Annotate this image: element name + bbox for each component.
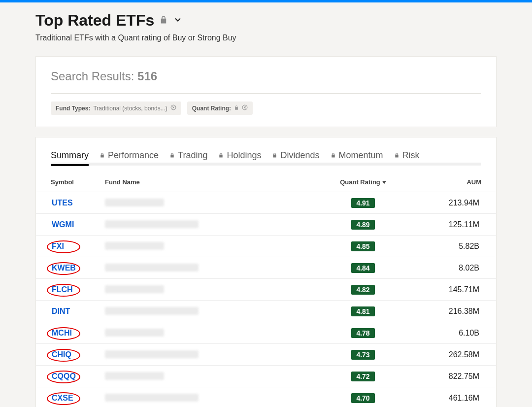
fund-name-cell (105, 307, 324, 316)
quant-rating-badge: 4.84 (351, 263, 375, 273)
symbol-link[interactable]: UTES (52, 199, 73, 207)
quant-rating-cell: 4.82 (324, 285, 402, 295)
divider (51, 93, 481, 94)
table-row: CQQQ4.72822.75M (36, 365, 496, 387)
aum-cell: 6.10B (402, 329, 481, 338)
close-icon[interactable] (170, 104, 176, 112)
fund-name-redacted (105, 372, 164, 380)
quant-rating-cell: 4.89 (324, 220, 402, 230)
aum-cell: 145.71M (402, 285, 481, 294)
quant-rating-badge: 4.82 (351, 285, 375, 295)
title-dropdown-button[interactable] (173, 15, 183, 27)
tab-label: Summary (51, 150, 89, 161)
quant-rating-cell: 4.73 (324, 350, 402, 360)
symbol-link[interactable]: DINT (52, 307, 70, 315)
symbol-cell: DINT (51, 307, 105, 316)
quant-rating-badge: 4.91 (351, 198, 375, 208)
results-prefix: Search Results: (51, 69, 137, 83)
quant-rating-badge: 4.89 (351, 220, 375, 230)
tab-label: Holdings (227, 150, 261, 161)
filter-chip-value: Traditional (stocks, bonds...) (93, 105, 167, 112)
page-title: Top Rated ETFs (35, 11, 154, 30)
results-count: 516 (137, 69, 157, 83)
sort-desc-icon (382, 180, 386, 184)
fund-name-redacted (105, 285, 164, 293)
chevron-down-icon (173, 15, 183, 25)
tab-label: Momentum (339, 150, 383, 161)
page-subtitle: Traditional ETFs with a Quant rating of … (35, 34, 497, 42)
quant-rating-cell: 4.85 (324, 241, 402, 251)
symbol-link[interactable]: KWEB (52, 264, 76, 272)
lock-icon (331, 150, 336, 161)
lock-icon (272, 150, 277, 161)
table-row: DINT4.81216.38M (36, 300, 496, 322)
tab-risk[interactable]: Risk (394, 149, 420, 165)
fund-name-cell (105, 220, 324, 229)
table-row: UTES4.91213.94M (36, 192, 496, 213)
symbol-link[interactable]: CQQQ (52, 372, 76, 380)
filter-chip[interactable]: Fund Types:Traditional (stocks, bonds...… (51, 102, 181, 115)
col-symbol[interactable]: Symbol (51, 178, 105, 186)
aum-cell: 461.16M (402, 394, 481, 403)
symbol-link[interactable]: MCHI (52, 329, 72, 337)
tab-label: Dividends (280, 150, 319, 161)
quant-rating-cell: 4.78 (324, 328, 402, 338)
tab-dividends[interactable]: Dividends (272, 149, 319, 165)
col-quant-rating-label: Quant Rating (340, 178, 380, 186)
fund-name-cell (105, 285, 324, 294)
table-row: FXI4.855.82B (36, 235, 496, 257)
fund-name-redacted (105, 350, 199, 358)
aum-cell: 822.75M (402, 372, 481, 381)
symbol-link[interactable]: FXI (52, 242, 64, 250)
results-heading: Search Results: 516 (51, 69, 481, 93)
results-table-card: SummaryPerformanceTradingHoldingsDividen… (35, 137, 497, 407)
lock-icon (234, 105, 239, 112)
symbol-cell: FXI (51, 242, 105, 251)
aum-cell: 5.82B (402, 242, 481, 251)
col-fund[interactable]: Fund Name (105, 178, 324, 186)
quant-rating-badge: 4.85 (351, 241, 375, 251)
col-quant-rating[interactable]: Quant Rating (324, 178, 402, 186)
fund-name-cell (105, 372, 324, 381)
close-icon[interactable] (242, 104, 248, 112)
svg-marker-6 (382, 181, 386, 184)
fund-name-cell (105, 350, 324, 359)
symbol-link[interactable]: CXSE (52, 394, 73, 402)
fund-name-redacted (105, 242, 164, 250)
table-row: WGMI4.89125.11M (36, 213, 496, 235)
symbol-link[interactable]: WGMI (52, 220, 74, 229)
filter-chip-label: Quant Rating: (192, 105, 231, 112)
tab-label: Risk (402, 150, 420, 161)
lock-icon (394, 150, 399, 161)
aum-cell: 213.94M (402, 199, 481, 207)
lock-icon (169, 150, 175, 161)
tab-summary[interactable]: Summary (51, 149, 89, 165)
quant-rating-badge: 4.73 (351, 350, 375, 360)
filter-chip-label: Fund Types: (56, 105, 90, 112)
lock-icon (100, 150, 105, 161)
fund-name-cell (105, 242, 324, 251)
fund-name-redacted (105, 329, 164, 337)
tab-label: Performance (108, 150, 159, 161)
tab-performance[interactable]: Performance (100, 149, 159, 165)
tab-holdings[interactable]: Holdings (218, 149, 261, 165)
quant-rating-cell: 4.70 (324, 393, 402, 403)
fund-name-redacted (105, 220, 199, 228)
tab-momentum[interactable]: Momentum (331, 149, 383, 165)
filter-chip[interactable]: Quant Rating: (187, 102, 253, 115)
col-aum[interactable]: AUM (402, 178, 481, 186)
tab-trading[interactable]: Trading (169, 149, 207, 165)
symbol-cell: KWEB (51, 264, 105, 272)
quant-rating-badge: 4.78 (351, 328, 375, 338)
fund-name-redacted (105, 264, 199, 271)
quant-rating-cell: 4.84 (324, 263, 402, 273)
symbol-link[interactable]: FLCH (52, 285, 73, 294)
symbol-cell: WGMI (51, 220, 105, 229)
lock-icon (218, 150, 224, 161)
quant-rating-badge: 4.70 (351, 393, 375, 403)
aum-cell: 125.11M (402, 220, 481, 229)
lock-icon (159, 15, 168, 27)
symbol-link[interactable]: CHIQ (52, 350, 71, 359)
symbol-cell: CXSE (51, 394, 105, 403)
symbol-cell: MCHI (51, 329, 105, 338)
